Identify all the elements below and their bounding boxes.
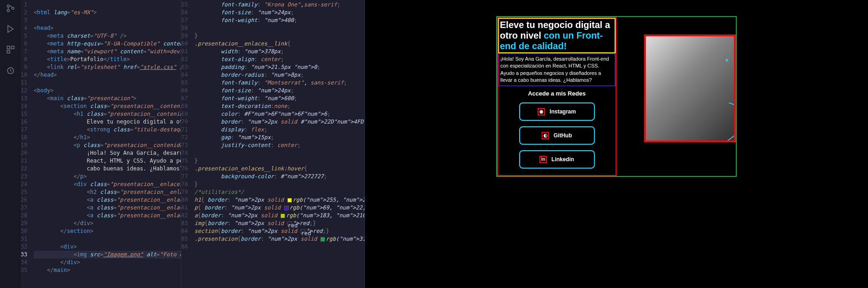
svg-rect-5 — [11, 46, 14, 49]
image-wrapper: ✦ — [645, 35, 735, 141]
svg-rect-4 — [7, 46, 10, 49]
instagram-link[interactable]: ◉ Instagram — [519, 102, 595, 121]
github-link[interactable]: ◐ GitHub — [519, 126, 595, 145]
editor-area: 1234567891011121314151617181920212223242… — [21, 0, 868, 288]
link-label: GitHub — [554, 132, 572, 139]
linkedin-link[interactable]: in Linkedin — [519, 150, 595, 169]
gutter-left: 1234567891011121314151617181920212223242… — [21, 0, 34, 288]
instagram-icon: ◉ — [538, 108, 545, 115]
star-decoration: ✦ — [724, 55, 729, 64]
svg-rect-6 — [7, 51, 10, 53]
svg-marker-3 — [8, 26, 13, 33]
intro-paragraph: ¡Hola! Soy Ana García, desarrolladora Fr… — [498, 53, 616, 86]
page-title: Eleve tu negocio digital a otro nivel co… — [498, 18, 616, 53]
presentacion-contenido: Eleve tu negocio digital a otro nivel co… — [497, 17, 616, 176]
preview-pane: Eleve tu negocio digital a otro nivel co… — [365, 0, 868, 288]
code-middle[interactable]: font-family: "Krona One",sans-serif; fon… — [194, 0, 364, 288]
editor-pane-html: 1234567891011121314151617181920212223242… — [21, 0, 181, 288]
timer-icon[interactable] — [6, 66, 15, 76]
link-label: Instagram — [549, 108, 576, 115]
enlaces-subtitle: Accede a mis Redes — [528, 90, 586, 97]
svg-point-0 — [7, 5, 9, 7]
source-control-icon[interactable] — [6, 4, 15, 14]
github-icon: ◐ — [542, 132, 549, 139]
code-left[interactable]: <html lang="es-MX"><head> <meta charset=… — [34, 0, 181, 288]
svg-point-2 — [11, 7, 14, 10]
activity-bar — [0, 0, 21, 288]
gutter-middle: 5556575859606162636465666768697071727374… — [181, 0, 194, 288]
enlaces-container: Accede a mis Redes ◉ Instagram ◐ GitHub … — [498, 86, 616, 175]
link-label: Linkedin — [551, 156, 574, 163]
svg-point-1 — [7, 10, 9, 12]
editor-pane-css: 5556575859606162636465666768697071727374… — [181, 0, 365, 288]
linkedin-icon: in — [539, 156, 547, 163]
run-debug-icon[interactable] — [6, 24, 15, 35]
extensions-icon[interactable] — [6, 45, 15, 56]
presentacion: Eleve tu negocio digital a otro nivel co… — [496, 16, 737, 177]
image-section: ✦ — [644, 34, 736, 142]
